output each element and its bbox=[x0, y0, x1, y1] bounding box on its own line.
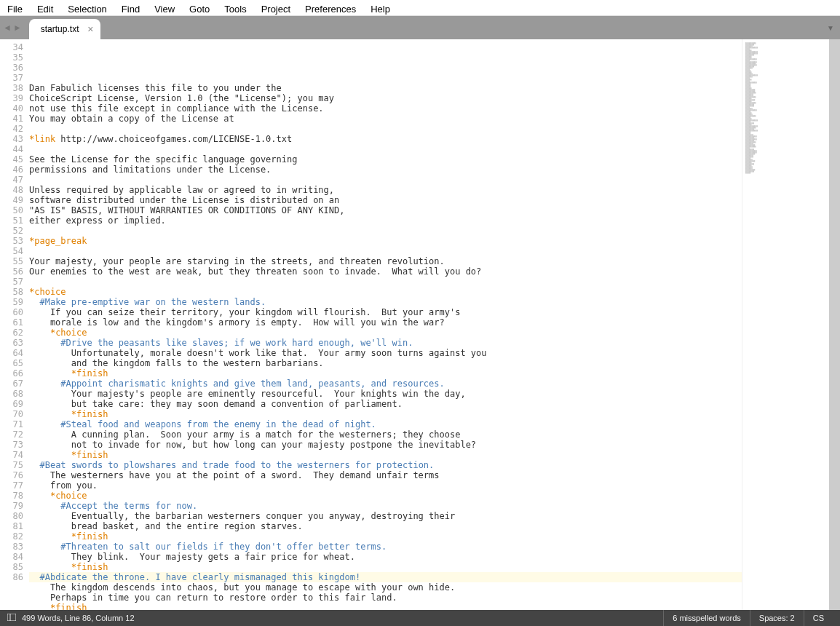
code-line: Unless required by applicable law or agr… bbox=[29, 185, 742, 195]
code-line: ChoiceScript License, Version 1.0 (the "… bbox=[29, 93, 742, 103]
code-line: but take care: they may soon demand a co… bbox=[29, 399, 742, 409]
code-line: from you. bbox=[29, 480, 742, 491]
code-line: *finish bbox=[29, 450, 742, 460]
nav-forward-icon[interactable]: ► bbox=[13, 23, 22, 33]
menu-view[interactable]: View bbox=[147, 2, 182, 13]
code-line: *link http://www.choiceofgames.com/LICEN… bbox=[29, 134, 742, 144]
code-line: They blink. Your majesty gets a fair pri… bbox=[29, 552, 742, 562]
menu-selection[interactable]: Selection bbox=[60, 2, 114, 13]
line-numbers: 34 35 36 37 38 39 40 41 42 43 44 45 46 4… bbox=[0, 39, 29, 610]
menu-find[interactable]: Find bbox=[114, 2, 147, 13]
code-line bbox=[29, 73, 742, 83]
menu-file[interactable]: File bbox=[3, 2, 30, 13]
code-line: Our enemies to the west are weak, but th… bbox=[29, 266, 742, 277]
code-line: Dan Fabulich licenses this file to you u… bbox=[29, 83, 742, 93]
code-line: #Drive the peasants like slaves; if we w… bbox=[29, 338, 742, 348]
code-line: See the License for the specific languag… bbox=[29, 154, 742, 165]
menu-goto[interactable]: Goto bbox=[182, 2, 217, 13]
code-line: Eventually, the barbarian westerners con… bbox=[29, 511, 742, 521]
status-syntax[interactable]: CS bbox=[804, 610, 833, 626]
close-icon[interactable]: × bbox=[87, 23, 93, 35]
tab-bar: ◄ ► startup.txt × ▼ bbox=[0, 16, 840, 39]
code-line: *choice bbox=[29, 328, 742, 338]
code-line: *choice bbox=[29, 491, 742, 501]
editor: 34 35 36 37 38 39 40 41 42 43 44 45 46 4… bbox=[0, 39, 840, 610]
code-line: #Appoint charismatic knights and give th… bbox=[29, 379, 742, 389]
status-bar: 499 Words, Line 86, Column 12 6 misspell… bbox=[0, 610, 840, 626]
scrollbar-thumb[interactable] bbox=[829, 39, 840, 610]
code-line: #Steal food and weapons from the enemy i… bbox=[29, 419, 742, 429]
panel-icon[interactable] bbox=[7, 614, 16, 622]
code-line: #Beat swords to plowshares and trade foo… bbox=[29, 460, 742, 470]
status-indent[interactable]: Spaces: 2 bbox=[750, 610, 804, 626]
code-line: permissions and limitations under the Li… bbox=[29, 165, 742, 175]
code-line bbox=[29, 124, 742, 134]
code-line: #Accept the terms for now. bbox=[29, 501, 742, 511]
code-line bbox=[29, 226, 742, 236]
status-misspelled[interactable]: 6 misspelled words bbox=[663, 610, 750, 626]
code-line: #Threaten to salt our fields if they don… bbox=[29, 542, 742, 552]
tab-dropdown-icon[interactable]: ▼ bbox=[827, 24, 834, 32]
menu-preferences[interactable]: Preferences bbox=[298, 2, 363, 13]
code-line: *finish bbox=[29, 531, 742, 542]
menu-tools[interactable]: Tools bbox=[217, 2, 253, 13]
tab-title: startup.txt bbox=[41, 24, 79, 34]
code-line: *finish bbox=[29, 409, 742, 419]
menubar: FileEditSelectionFindViewGotoToolsProjec… bbox=[0, 0, 840, 16]
code-line: morale is low and the kingdom's armory i… bbox=[29, 317, 742, 328]
code-line: Your majesty, your people are starving i… bbox=[29, 256, 742, 266]
code-line: bread basket, and the entire region star… bbox=[29, 521, 742, 531]
menu-help[interactable]: Help bbox=[363, 2, 397, 13]
code-line: software distributed under the License i… bbox=[29, 195, 742, 205]
code-line: Perhaps in time you can return to restor… bbox=[29, 593, 742, 603]
code-line: Your majesty's people are eminently reso… bbox=[29, 389, 742, 399]
status-position[interactable]: 499 Words, Line 86, Column 12 bbox=[22, 614, 135, 622]
code-line: *finish bbox=[29, 603, 742, 610]
code-area[interactable]: Dan Fabulich licenses this file to you u… bbox=[29, 39, 742, 610]
scrollbar-vertical[interactable] bbox=[829, 39, 840, 610]
code-line: not use this file except in compliance w… bbox=[29, 103, 742, 114]
code-line: If you can seize their territory, your k… bbox=[29, 307, 742, 317]
code-line bbox=[29, 277, 742, 287]
code-line: *page_break bbox=[29, 236, 742, 246]
code-line: You may obtain a copy of the License at bbox=[29, 114, 742, 124]
code-line: *finish bbox=[29, 562, 742, 572]
code-line bbox=[29, 144, 742, 154]
code-line: and the kingdom falls to the western bar… bbox=[29, 358, 742, 368]
code-line: either express or implied. bbox=[29, 215, 742, 226]
code-line bbox=[29, 175, 742, 185]
code-line bbox=[29, 246, 742, 256]
svg-rect-0 bbox=[7, 614, 16, 621]
menu-project[interactable]: Project bbox=[254, 2, 298, 13]
menu-edit[interactable]: Edit bbox=[30, 2, 60, 13]
minimap[interactable]: ████████████ ██████████ ████████ ███████… bbox=[742, 39, 829, 610]
nav-history: ◄ ► bbox=[0, 23, 25, 33]
code-line: #Abdicate the throne. I have clearly mis… bbox=[29, 572, 742, 582]
code-line: *choice bbox=[29, 287, 742, 297]
code-line: The westerners have you at the point of … bbox=[29, 470, 742, 480]
code-line: Unfortunately, morale doesn't work like … bbox=[29, 348, 742, 358]
code-line: *finish bbox=[29, 368, 742, 379]
code-line: not to invade for now, but how long can … bbox=[29, 440, 742, 450]
code-line: The kingdom descends into chaos, but you… bbox=[29, 582, 742, 593]
tab-startup[interactable]: startup.txt × bbox=[29, 19, 101, 39]
code-line: A cunning plan. Soon your army is a matc… bbox=[29, 429, 742, 440]
code-line: #Make pre-emptive war on the western lan… bbox=[29, 297, 742, 307]
nav-back-icon[interactable]: ◄ bbox=[3, 23, 12, 33]
code-line: "AS IS" BASIS, WITHOUT WARRANTIES OR CON… bbox=[29, 205, 742, 215]
